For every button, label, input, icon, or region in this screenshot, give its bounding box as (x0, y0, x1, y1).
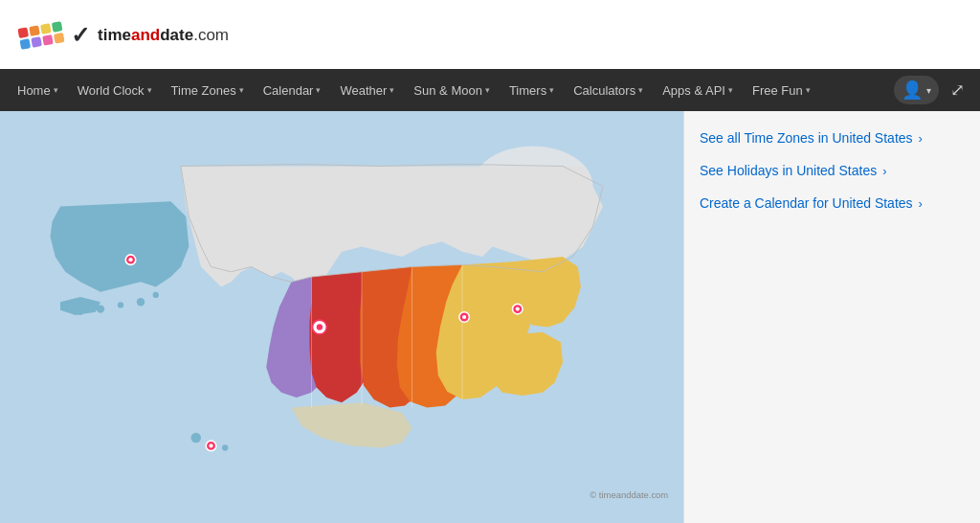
world-map-svg: © timeanddate.com (0, 111, 683, 523)
logo[interactable]: ✓ timeanddate.com (19, 22, 229, 49)
logo-sq-orange (29, 25, 40, 36)
nav-sun-moon[interactable]: Sun & Moon ▾ (404, 69, 500, 111)
see-holidays-link[interactable]: See Holidays in United States › (700, 163, 965, 178)
svg-point-3 (137, 298, 145, 306)
nav-weather-caret: ▾ (390, 85, 394, 95)
see-timezones-arrow: › (919, 131, 923, 146)
logo-sq-pink (42, 34, 54, 46)
nav-calculators[interactable]: Calculators ▾ (564, 69, 653, 111)
nav-calendar[interactable]: Calendar ▾ (254, 69, 331, 111)
nav-world-clock[interactable]: World Clock ▾ (68, 69, 162, 111)
svg-point-15 (209, 443, 212, 447)
logo-sq-red (17, 27, 29, 38)
logo-sq-yellow (40, 23, 52, 34)
nav-timers-caret: ▾ (549, 85, 554, 95)
svg-text:© timeanddate.com: © timeanddate.com (590, 489, 668, 500)
map-area[interactable]: © timeanddate.com (0, 111, 683, 523)
see-all-timezones-link[interactable]: See all Time Zones in United States › (700, 130, 965, 146)
nav-timers[interactable]: Timers ▾ (500, 69, 564, 111)
svg-point-23 (516, 307, 520, 311)
nav-free-fun[interactable]: Free Fun ▾ (743, 69, 820, 111)
user-menu-button[interactable]: 👤 ▾ (894, 76, 939, 104)
nav-calculators-caret: ▾ (638, 85, 643, 95)
svg-point-6 (78, 309, 83, 315)
nav-right: 👤 ▾ ⤢ (894, 76, 972, 104)
user-caret: ▾ (926, 85, 931, 96)
svg-point-11 (191, 433, 202, 443)
nav-world-clock-caret: ▾ (147, 85, 152, 95)
see-holidays-arrow: › (882, 164, 886, 178)
nav-apps-api-caret: ▾ (728, 85, 733, 95)
nav-home-caret: ▾ (54, 85, 58, 95)
svg-point-4 (118, 302, 123, 307)
nav-time-zones[interactable]: Time Zones ▾ (162, 69, 254, 111)
navbar: Home ▾ World Clock ▾ Time Zones ▾ Calend… (0, 69, 980, 111)
logo-bar: ✓ timeanddate.com (0, 0, 980, 69)
share-button[interactable]: ⤢ (943, 80, 972, 101)
svg-point-2 (153, 292, 159, 298)
create-calendar-link[interactable]: Create a Calendar for United States › (700, 195, 965, 211)
nav-time-zones-caret: ▾ (239, 85, 244, 95)
logo-sq-lightorange (54, 33, 65, 44)
svg-point-13 (222, 444, 228, 450)
main-content: © timeanddate.com See all Time Zones in … (0, 111, 980, 523)
nav-home[interactable]: Home ▾ (8, 69, 68, 111)
svg-point-21 (462, 315, 466, 319)
nav-sun-moon-caret: ▾ (485, 85, 490, 95)
nav-free-fun-caret: ▾ (806, 85, 811, 95)
logo-checkmark: ✓ (71, 22, 90, 49)
logo-sq-green (52, 21, 63, 33)
user-icon: 👤 (902, 80, 923, 101)
create-calendar-arrow: › (919, 196, 923, 211)
svg-point-5 (97, 305, 104, 312)
logo-text: timeanddate.com (98, 26, 229, 45)
nav-calendar-caret: ▾ (316, 85, 321, 95)
sidebar: See all Time Zones in United States › Se… (683, 111, 980, 523)
svg-point-17 (128, 258, 132, 262)
nav-weather[interactable]: Weather ▾ (330, 69, 404, 111)
svg-point-19 (317, 324, 323, 330)
nav-apps-api[interactable]: Apps & API ▾ (653, 69, 743, 111)
logo-sq-blue (20, 38, 32, 50)
logo-sq-purple (31, 36, 42, 48)
